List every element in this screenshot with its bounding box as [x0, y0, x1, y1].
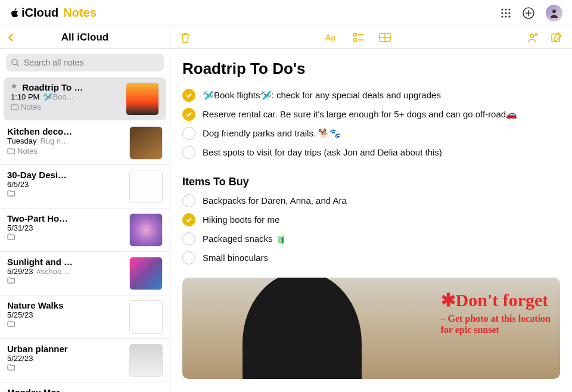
folder-icon	[7, 148, 15, 154]
note-list-item[interactable]: Sunlight and … 5/29/23 #schoo…	[0, 252, 170, 295]
app-topbar: iCloud Notes	[0, 0, 572, 26]
checklist-icon[interactable]	[353, 32, 365, 43]
note-thumbnail	[129, 300, 163, 334]
checklist-row[interactable]: Reserve rental car. Be sure it's large e…	[182, 108, 560, 121]
app-launcher-icon[interactable]	[500, 8, 511, 18]
checkbox-icon[interactable]	[182, 127, 195, 140]
svg-point-23	[530, 34, 534, 38]
handwriting-sub-2: for epic sunset	[441, 325, 499, 335]
note-time-text: 5/25/23	[7, 310, 33, 319]
apple-logo-icon	[10, 8, 19, 18]
checkbox-icon[interactable]	[182, 251, 195, 265]
folder-icon	[7, 321, 15, 327]
sidebar-title: All iCloud	[0, 32, 170, 43]
table-icon[interactable]	[379, 32, 391, 43]
checklist-row[interactable]: Dog friendly parks and trails. 🐕🐾	[182, 127, 560, 140]
checklist-row[interactable]: Small binoculars	[182, 251, 560, 265]
note-snippet-text: #schoo…	[36, 267, 69, 276]
note-list-item[interactable]: Nature Walks 5/25/23	[0, 295, 170, 339]
svg-point-6	[501, 15, 503, 17]
note-list-item[interactable]: Roadtrip To … 1:10 PM 🛩️Boo… Notes	[4, 77, 166, 120]
svg-point-0	[501, 8, 503, 10]
svg-point-7	[505, 15, 506, 17]
checklist-text[interactable]: Backpacks for Daren, Anna, and Ara	[203, 194, 347, 207]
collaborate-icon[interactable]: +	[526, 32, 539, 43]
note-title-text: Kitchen deco…	[7, 126, 123, 136]
brand-notes-text[interactable]: Notes	[63, 6, 97, 20]
note-list-item[interactable]: Two-Part Ho… 5/31/23	[0, 209, 170, 252]
note-attachment-image[interactable]: ✱Don't forget – Get photo at this locati…	[182, 278, 560, 379]
checklist-text[interactable]: 🛩️Book flights🛩️: check for any special …	[203, 89, 441, 102]
checkbox-icon[interactable]	[182, 213, 195, 226]
trash-icon[interactable]	[180, 32, 191, 43]
note-list-item[interactable]: 30-Day Desi… 6/5/23	[0, 165, 170, 209]
checklist-row[interactable]: Best spots to visit for day trips (ask J…	[182, 146, 560, 159]
add-icon[interactable]	[522, 7, 535, 20]
svg-point-12	[552, 10, 556, 13]
brand-icloud-text[interactable]: iCloud	[21, 6, 58, 20]
checkbox-icon[interactable]	[182, 89, 195, 102]
note-folder-text: Notes	[17, 147, 38, 155]
compose-icon[interactable]	[551, 32, 562, 43]
note-snippet-text: 🛩️Boo…	[43, 92, 74, 101]
note-thumbnail	[129, 170, 163, 203]
checklist-row[interactable]: Hiking boots for me	[182, 213, 560, 226]
checkbox-icon[interactable]	[182, 146, 195, 159]
checklist-row[interactable]: Backpacks for Daren, Anna, and Ara	[182, 194, 560, 207]
svg-point-18	[354, 38, 357, 41]
checkbox-icon[interactable]	[182, 232, 195, 245]
editor-pane: Aa + Roadtrip To Do's	[170, 26, 572, 392]
checkbox-icon[interactable]	[182, 194, 195, 207]
note-list-item[interactable]: Monday Mor	[0, 382, 170, 392]
handwriting-sub-1: – Get photo at this location	[441, 313, 551, 323]
search-icon	[11, 58, 20, 67]
note-time-text: 6/5/23	[7, 180, 29, 189]
editor-body[interactable]: Roadtrip To Do's 🛩️Book flights🛩️: check…	[170, 49, 572, 392]
note-title-text: Nature Walks	[7, 300, 123, 310]
document-title[interactable]: Roadtrip To Do's	[182, 60, 560, 78]
note-title-text: 30-Day Desi…	[7, 170, 123, 180]
svg-line-14	[17, 64, 19, 67]
svg-text:+: +	[535, 33, 537, 36]
folder-icon	[7, 190, 15, 197]
checklist-text[interactable]: Packaged snacks 🧃	[203, 232, 287, 245]
folder-icon	[11, 104, 18, 110]
handwriting-annotation: ✱Don't forget – Get photo at this locati…	[441, 290, 551, 335]
checklist-row[interactable]: Packaged snacks 🧃	[182, 232, 560, 245]
svg-point-4	[505, 12, 506, 14]
note-time-text: 5/22/23	[7, 354, 33, 363]
note-thumbnail	[129, 213, 163, 247]
note-thumbnail	[126, 82, 159, 116]
text-style-icon[interactable]: Aa	[325, 32, 338, 43]
checklist-row[interactable]: 🛩️Book flights🛩️: check for any special …	[182, 89, 560, 102]
note-title-text: Two-Part Ho…	[7, 213, 123, 223]
checklist-text[interactable]: Reserve rental car. Be sure it's large e…	[203, 108, 517, 121]
svg-point-16	[354, 33, 357, 36]
note-time-text: 5/31/23	[7, 223, 33, 232]
folder-icon	[7, 234, 15, 240]
note-list-item[interactable]: Urban planner 5/22/23	[0, 339, 170, 382]
note-title-text: Sunlight and …	[7, 257, 123, 267]
checklist-text[interactable]: Dog friendly parks and trails. 🐕🐾	[203, 127, 341, 140]
checklist-text[interactable]: Hiking boots for me	[203, 213, 279, 226]
note-title-text: Urban planner	[7, 344, 123, 354]
note-time-text: 5/29/23	[7, 267, 33, 276]
pin-icon	[11, 83, 17, 90]
note-time-text: Tuesday	[7, 136, 36, 145]
note-folder-text: Notes	[21, 102, 41, 111]
checkbox-icon[interactable]	[182, 108, 195, 121]
folder-icon	[7, 277, 15, 284]
note-thumbnail	[129, 257, 163, 290]
svg-point-3	[501, 12, 503, 14]
svg-point-2	[508, 8, 510, 10]
section-heading[interactable]: Items To Buy	[182, 176, 560, 188]
notes-list[interactable]: Roadtrip To … 1:10 PM 🛩️Boo… Notes Kitch…	[0, 76, 170, 392]
avatar[interactable]	[546, 5, 562, 21]
svg-point-1	[505, 8, 506, 10]
note-list-item[interactable]: Kitchen deco… Tuesday Rug n… Notes	[0, 122, 170, 165]
checklist-text[interactable]: Small binoculars	[203, 251, 268, 265]
back-chevron-icon[interactable]	[7, 33, 14, 42]
handwriting-main: ✱Don't forget	[441, 290, 551, 310]
search-input[interactable]	[6, 54, 164, 71]
checklist-text[interactable]: Best spots to visit for day trips (ask J…	[203, 146, 442, 159]
